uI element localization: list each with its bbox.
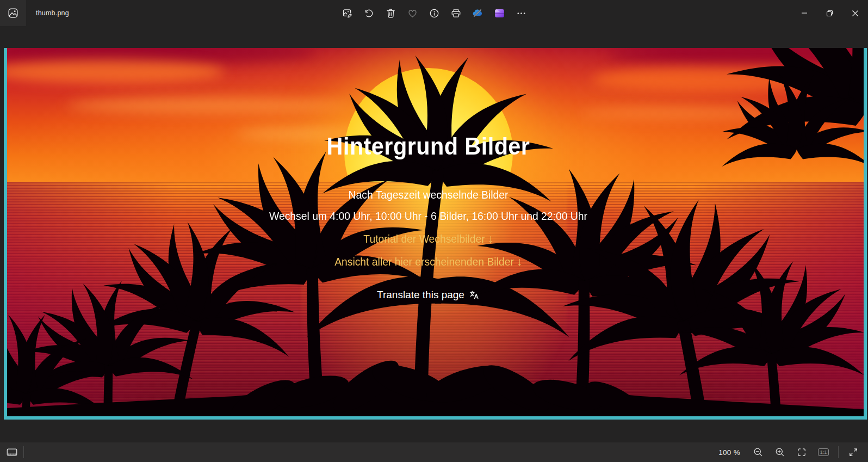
print-icon <box>450 8 462 19</box>
close-icon <box>852 10 859 17</box>
onedrive-unavailable-icon <box>472 7 483 19</box>
photos-app-window: thumb.png <box>0 0 868 462</box>
clipchamp-button[interactable] <box>489 4 509 22</box>
minimize-icon <box>801 10 808 16</box>
zoom-out-button[interactable] <box>749 445 767 460</box>
zoom-out-icon <box>753 447 764 458</box>
restore-icon <box>826 10 833 17</box>
overlay-link-tutorial: Tutorial der Wechselbilder ↓ <box>34 232 822 245</box>
delete-icon <box>385 8 396 19</box>
more-options-button[interactable] <box>511 4 531 22</box>
image-viewport: Hintergrund Bilder Nach Tageszeit wechse… <box>0 26 868 442</box>
translate-icon <box>469 289 480 300</box>
delete-button[interactable] <box>381 4 400 22</box>
minimize-button[interactable] <box>791 0 817 26</box>
overlay-title: Hintergrund Bilder <box>26 133 831 160</box>
fullscreen-button[interactable] <box>844 445 863 460</box>
photo-text-overlay: Hintergrund Bilder Nach Tageszeit wechse… <box>7 48 857 416</box>
statusbar-separator <box>838 446 839 458</box>
titlebar: thumb.png <box>0 0 868 26</box>
app-icon-button[interactable] <box>0 0 26 26</box>
photo-canvas[interactable]: Hintergrund Bilder Nach Tageszeit wechse… <box>7 48 864 416</box>
statusbar: 100 % 1:1 <box>0 442 868 462</box>
filmstrip-icon <box>6 446 18 458</box>
overlay-subtitle-2: Wechsel um 4:00 Uhr, 10:00 Uhr - 6 Bilde… <box>34 210 822 223</box>
print-button[interactable] <box>446 4 466 22</box>
zoom-level: 100 % <box>718 448 740 457</box>
actual-size-icon: 1:1 <box>818 448 829 456</box>
toolbar <box>337 0 531 26</box>
fit-to-window-button[interactable] <box>792 445 811 460</box>
photo-selection-border: Hintergrund Bilder Nach Tageszeit wechse… <box>4 48 867 420</box>
restore-button[interactable] <box>817 0 842 26</box>
favorite-heart-icon <box>407 8 418 19</box>
clipchamp-icon <box>494 8 505 19</box>
info-icon <box>429 8 440 19</box>
zoom-in-icon <box>774 447 785 458</box>
filmstrip-toggle-button[interactable] <box>3 445 21 460</box>
onedrive-button[interactable] <box>468 4 487 22</box>
overlay-link-gallery: Ansicht aller hier erscheinenden Bilder … <box>34 255 822 268</box>
rotate-icon <box>363 8 375 19</box>
favorite-button[interactable] <box>402 4 422 22</box>
overlay-subtitle-1: Nach Tageszeit wechselnde Bilder <box>34 188 822 201</box>
actual-size-button[interactable]: 1:1 <box>814 445 833 460</box>
more-options-icon <box>516 8 527 19</box>
edit-image-icon <box>342 8 353 19</box>
statusbar-separator <box>23 446 24 458</box>
overlay-translate-label: Translate this page <box>377 289 464 301</box>
zoom-in-button[interactable] <box>771 445 789 460</box>
close-button[interactable] <box>842 0 868 26</box>
statusbar-right: 100 % 1:1 <box>718 445 868 460</box>
fullscreen-icon <box>848 447 859 458</box>
window-controls <box>791 0 868 26</box>
info-button[interactable] <box>424 4 444 22</box>
rotate-button[interactable] <box>359 4 379 22</box>
edit-image-button[interactable] <box>337 4 357 22</box>
fit-to-window-icon <box>796 447 807 458</box>
statusbar-left <box>0 442 26 462</box>
photos-app-icon <box>7 7 19 19</box>
overlay-translate-row: Translate this page <box>7 289 857 301</box>
file-name: thumb.png <box>36 9 69 17</box>
